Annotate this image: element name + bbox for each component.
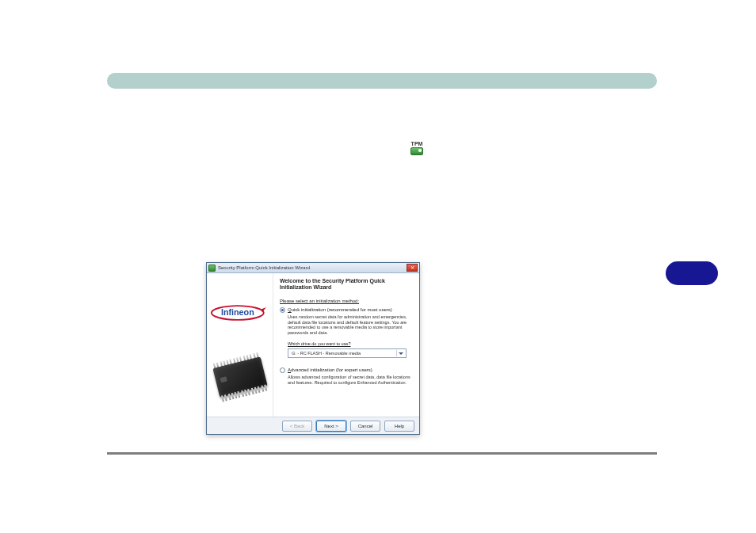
wizard-content: Welcome to the Security Platform Quick I… bbox=[273, 273, 419, 417]
radio-quick-init[interactable] bbox=[280, 307, 285, 313]
option-advanced-init[interactable]: Advanced initialization (for expert user… bbox=[280, 367, 413, 373]
tpm-tray-icon: TPM bbox=[409, 141, 425, 157]
tpm-chip-illustration bbox=[207, 349, 276, 411]
infineon-logo-text: Infineon bbox=[221, 307, 254, 317]
page-footer-divider bbox=[107, 452, 657, 455]
close-icon: ✕ bbox=[410, 265, 414, 270]
next-button[interactable]: Next > bbox=[316, 421, 346, 432]
infineon-logo: Infineon bbox=[210, 303, 270, 323]
drive-select-value: G: - RC FLASH - Removable media bbox=[292, 351, 361, 356]
which-drive-label: Which drive do you want to use? bbox=[288, 341, 413, 346]
tpm-badge-label: TPM bbox=[411, 141, 423, 147]
option-advanced-description: Allows advanced configuration of secret … bbox=[288, 375, 413, 385]
side-marker-pill bbox=[666, 261, 718, 285]
wizard-window: Security Platform Quick Initialization W… bbox=[206, 262, 420, 435]
option-quick-init[interactable]: Quick initialization (recommended for mo… bbox=[280, 307, 413, 313]
option-quick-label: Quick initialization (recommended for mo… bbox=[288, 307, 392, 312]
wizard-sidebar: Infineon bbox=[207, 273, 273, 417]
chevron-down-icon bbox=[396, 350, 404, 356]
option-advanced-label: Advanced initialization (for expert user… bbox=[288, 367, 372, 372]
cancel-button[interactable]: Cancel bbox=[350, 421, 380, 432]
section-header-bar bbox=[107, 73, 657, 89]
wizard-heading: Welcome to the Security Platform Quick I… bbox=[280, 278, 413, 291]
select-method-label: Please select an initialization method: bbox=[280, 299, 413, 303]
wizard-body: Infineon Welcome to the Security Platfor… bbox=[207, 273, 419, 417]
wizard-button-bar: < Back Next > Cancel Help bbox=[207, 417, 419, 434]
window-close-button[interactable]: ✕ bbox=[407, 264, 418, 272]
window-titlebar[interactable]: Security Platform Quick Initialization W… bbox=[207, 263, 419, 273]
window-title: Security Platform Quick Initialization W… bbox=[218, 265, 310, 270]
option-quick-description: Uses random secret data for administrati… bbox=[288, 314, 413, 335]
back-button: < Back bbox=[282, 421, 312, 432]
window-app-icon bbox=[208, 265, 216, 272]
tpm-badge-chip-icon bbox=[410, 147, 423, 155]
help-button[interactable]: Help bbox=[384, 421, 414, 432]
radio-advanced-init[interactable] bbox=[280, 367, 285, 373]
drive-select[interactable]: G: - RC FLASH - Removable media bbox=[288, 348, 407, 358]
